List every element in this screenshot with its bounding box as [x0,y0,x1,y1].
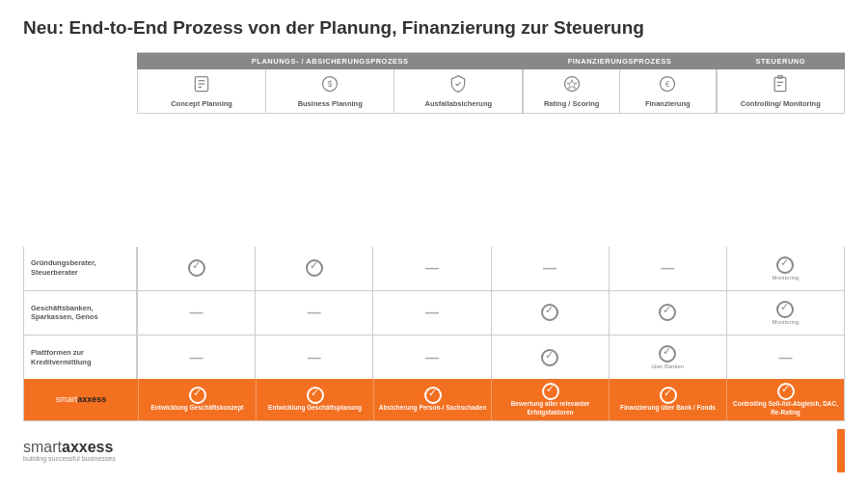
monitoring-label: Monitoring [772,275,799,281]
star-icon [562,74,582,96]
main-table: PLANUNGS- / ABSICHERUNGSPROZESS [23,52,845,421]
clipboard-icon [771,74,790,96]
orange-text-4: Finanzierung über Bank / Fonds [620,404,716,412]
check-icon [541,304,558,321]
planning-label: PLANUNGS- / ABSICHERUNGSPROZESS [137,53,523,69]
orange-cell-4: Finanzierung über Bank / Fonds [609,379,726,420]
col-header-concept: Concept Planning [137,69,265,114]
white-check-icon [307,387,324,404]
row-label-1: Geschäftsbanken, Sparkassen, Genos [23,291,137,335]
footer-logo-text: smartaxxess [23,440,116,455]
check-icon [306,259,323,277]
orange-logo: smartaxxess [24,379,138,420]
dash-icon: — [190,350,203,365]
table-row: Geschäftsbanken, Sparkassen, Genos — — — [23,291,845,336]
page-title: Neu: End-to-End Prozess von der Planung,… [23,17,845,39]
dash-icon: — [308,350,321,365]
cell-1-4 [609,291,726,335]
section-headers: PLANUNGS- / ABSICHERUNGSPROZESS [137,52,845,114]
logo-axxess: axxess [77,394,106,404]
steuerung-col-headers: Controlling/ Monitoring [717,69,845,114]
dash-icon: — [661,260,674,276]
white-check-icon [424,387,442,404]
dash-icon: — [425,260,439,276]
page: Neu: End-to-End Prozess von der Planung,… [0,0,868,484]
check-icon [776,256,794,274]
cell-0-3: — [491,247,609,290]
cell-0-2: — [372,247,490,290]
svg-text:$: $ [328,79,333,89]
cell-0-4: — [609,247,726,290]
list-icon [192,74,211,96]
check-icon [776,301,794,318]
white-check-icon [189,387,206,404]
row-label-2: Plattformen zur Kreditvermittlung [23,336,137,379]
dash-icon: — [425,350,439,365]
planning-arrow [523,54,530,69]
white-check-icon [777,383,795,400]
check-icon [541,349,558,366]
footer-tagline: building successful businesses [23,455,116,462]
svg-marker-7 [567,80,577,89]
col-header-ausfall: Ausfallabsicherung [393,69,523,114]
svg-rect-10 [774,77,786,91]
cell-2-3 [491,336,609,379]
financing-label: FINANZIERUNGSPROZESS [523,53,716,69]
white-check-icon [660,387,677,404]
table-row: Gründungsberater, Steuerberater — — — [23,247,845,291]
planning-group: PLANUNGS- / ABSICHERUNGSPROZESS [137,53,523,114]
dash-icon: — [190,305,203,320]
check-icon [188,259,205,277]
col-label-concept: Concept Planning [171,99,232,108]
svg-text:€: € [665,79,670,89]
financing-col-headers: Rating / Scoring € Finanzierung [523,69,716,114]
data-rows: Gründungsberater, Steuerberater — — — [23,247,845,380]
cell-2-0: — [137,336,255,379]
euro-icon: € [658,74,677,96]
dash-icon: — [308,305,321,320]
orange-accent-bar [837,429,845,472]
cell-2-4: über Banken [609,336,726,379]
cell-1-0: — [137,291,255,335]
steuerung-group: STEUERUNG Controlling/ M [717,53,845,114]
dash-icon: — [543,260,556,276]
check-icon [659,304,676,321]
cell-2-2: — [372,336,490,379]
logo-smart: smart [56,394,78,404]
orange-text-0: Entwicklung Geschäftskonzept [150,404,243,412]
dash-icon: — [425,305,439,320]
table-row: Plattformen zur Kreditvermittlung — — — … [23,336,845,379]
dollar-icon: $ [320,74,339,96]
cell-1-5: Monitoring [726,291,845,335]
cell-2-1: — [255,336,372,379]
orange-cell-0: Entwicklung Geschäftskonzept [138,379,256,420]
footer-axxess: axxess [62,439,113,455]
orange-row: smartaxxess Entwicklung Geschäftskonzept… [23,379,845,421]
shield-icon [448,74,468,96]
orange-cell-5: Controlling Soll-/Ist-Abgleich, DAC, Re-… [726,379,844,420]
white-check-icon [542,383,559,400]
orange-text-1: Entwicklung Geschäftsplanung [268,404,362,412]
dash-icon: — [778,350,792,365]
orange-cell-2: Absicherung Person-/ Sachschaden [373,379,491,420]
footer-smart: smart [23,439,62,455]
brand-logo: smartaxxess [56,395,107,404]
steuerung-label: STEUERUNG [717,53,845,69]
monitoring-label: Monitoring [772,319,799,325]
planning-col-headers: Concept Planning $ Business Planning [137,69,523,114]
orange-cell-3: Bewertung aller relevanter Erfolgsfaktor… [491,379,609,420]
col-label-business: Business Planning [298,99,363,108]
col-label-finanzierung: Finanzierung [645,99,691,108]
orange-text-2: Absicherung Person-/ Sachschaden [379,404,486,412]
check-icon [659,345,676,363]
col-header-finanzierung: € Finanzierung [619,69,717,114]
financing-arrow [717,54,724,69]
orange-text-5: Controlling Soll-/Ist-Abgleich, DAC, Re-… [730,400,841,417]
cell-2-5: — [726,336,845,379]
cell-1-3 [491,291,609,335]
cell-1-2: — [372,291,490,335]
col-label-controlling: Controlling/ Monitoring [741,99,821,108]
cell-0-5: Monitoring [726,247,845,290]
col-header-business: $ Business Planning [265,69,393,114]
uber-banken-label: über Banken [651,363,684,369]
